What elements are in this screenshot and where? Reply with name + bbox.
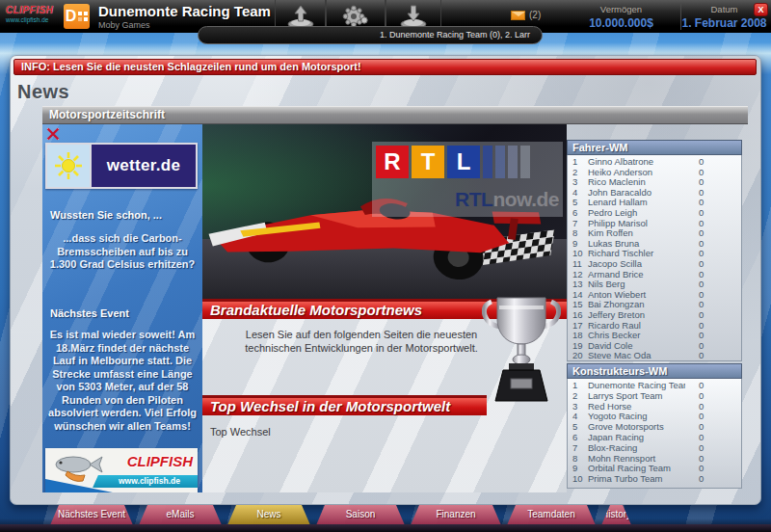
driver-name: Philipp Marisol xyxy=(583,219,685,229)
driver-row[interactable]: 11 Jacopo Scilla 0 xyxy=(568,259,741,270)
driver-row[interactable]: 1 Ginno Albatrone 0 xyxy=(568,157,741,168)
nav-tab[interactable]: History xyxy=(601,505,631,525)
nav-tab[interactable]: Saison xyxy=(316,505,405,525)
team-points: 0 xyxy=(685,454,741,465)
rtl-stripe xyxy=(508,146,518,178)
teams-standings-header: Konstrukteurs-WM xyxy=(567,363,742,379)
clipfish-ad-banner[interactable]: CLIPFISH www.clipfish.de xyxy=(45,448,198,492)
team-row[interactable]: 8 Mohn Rennsport 0 xyxy=(568,454,741,465)
driver-name: Chris Becker xyxy=(583,331,685,341)
clipfish-logo-url: www.clipfish.de xyxy=(6,15,54,25)
driver-rank: 11 xyxy=(568,259,583,270)
driver-name: Jacopo Scilla xyxy=(583,259,685,270)
driver-row[interactable]: 7 Philipp Marisol 0 xyxy=(568,219,741,229)
nav-tab[interactable]: Teamdaten xyxy=(507,505,596,525)
driver-row[interactable]: 9 Lukas Bruna 0 xyxy=(568,239,741,250)
driver-points: 0 xyxy=(685,279,741,290)
driver-row[interactable]: 17 Ricardo Raul 0 xyxy=(568,321,741,332)
driver-points: 0 xyxy=(685,270,741,280)
driver-row[interactable]: 5 Lenard Hallam 0 xyxy=(568,198,741,208)
driver-row[interactable]: 16 Jeffery Breton 0 xyxy=(568,310,741,321)
nav-tab-label: News xyxy=(256,509,280,519)
driver-name: Armand Brice xyxy=(583,270,685,280)
nav-tab[interactable]: News xyxy=(227,505,310,525)
driver-row[interactable]: 10 Richard Tischler 0 xyxy=(568,249,741,259)
trophy-image xyxy=(482,292,561,410)
driver-name: Ricardo Raul xyxy=(583,321,685,332)
mail-indicator[interactable]: (2) xyxy=(511,10,541,20)
team-row[interactable]: 10 Prima Turbo Team 0 xyxy=(568,474,741,485)
driver-name: Nils Berg xyxy=(583,279,685,290)
red-pinwheel-icon[interactable] xyxy=(45,126,61,142)
driver-row[interactable]: 19 David Cole 0 xyxy=(568,341,741,352)
clipfish-ad-url: www.clipfish.de xyxy=(119,475,180,488)
wetter-ad-label: wetter.de xyxy=(92,145,196,187)
team-name: Dunemonte Racing Team xyxy=(583,381,685,391)
clipfish-logo: CLIPFISH www.clipfish.de xyxy=(6,6,54,25)
team-points: 0 xyxy=(685,412,741,422)
teams-standings-list: 1 Dunemonte Racing Team 0 2 Larrys Sport… xyxy=(567,379,742,489)
nav-tab[interactable]: Nächstes Event xyxy=(50,505,133,525)
sun-icon xyxy=(47,145,92,187)
rtl-caption: RTLnow.de xyxy=(376,188,559,211)
team-points: 0 xyxy=(685,474,741,485)
team-points: 0 xyxy=(685,402,741,412)
driver-row[interactable]: 8 Kim Roffen 0 xyxy=(568,228,741,239)
driver-row[interactable]: 2 Heiko Anderson 0 xyxy=(568,168,741,178)
team-row[interactable]: 3 Red Horse 0 xyxy=(568,402,741,412)
driver-row[interactable]: 3 Rico Maclenin 0 xyxy=(568,177,741,188)
driver-name: Anton Wiebert xyxy=(583,290,685,301)
driver-points: 0 xyxy=(685,259,741,270)
team-name: Prima Turbo Team xyxy=(583,474,685,485)
driver-row[interactable]: 14 Anton Wiebert 0 xyxy=(568,290,741,301)
moby-games-d-logo: D xyxy=(64,4,90,29)
rtl-letter-t: T xyxy=(412,146,444,178)
driver-row[interactable]: 20 Steve Mac Oda 0 xyxy=(568,351,741,361)
nav-tab[interactable]: Finanzen xyxy=(411,505,501,525)
news-article-panel: R T L RTLnow.de Brandaktuelle Motorsport… xyxy=(202,124,567,492)
team-name: Larrys Sport Team xyxy=(583,391,685,402)
team-row[interactable]: 6 Japan Racing 0 xyxy=(568,433,741,443)
team-row[interactable]: 9 Orbital Racing Team 0 xyxy=(568,464,741,474)
driver-row[interactable]: 15 Bai Zhongzan 0 xyxy=(568,300,741,310)
driver-row[interactable]: 6 Pedro Leigh 0 xyxy=(568,208,741,219)
driver-row[interactable]: 18 Chris Becker 0 xyxy=(568,331,741,341)
driver-name: Bai Zhongzan xyxy=(583,300,685,310)
driver-points: 0 xyxy=(685,341,741,352)
team-name: Yogoto Racing xyxy=(583,412,685,422)
rtl-stripe xyxy=(495,146,505,178)
rtl-ad-banner[interactable]: R T L RTLnow.de xyxy=(372,142,563,217)
driver-points: 0 xyxy=(685,208,741,219)
driver-row[interactable]: 12 Armand Brice 0 xyxy=(568,270,741,280)
driver-name: Jeffery Breton xyxy=(583,310,685,321)
wetter-ad-banner[interactable]: wetter.de xyxy=(45,143,198,189)
close-button[interactable]: X xyxy=(754,3,768,16)
team-points: 0 xyxy=(685,391,741,402)
d-logo-dots xyxy=(78,12,88,21)
driver-points: 0 xyxy=(685,351,741,361)
driver-name: Pedro Leigh xyxy=(583,208,685,219)
driver-name: Lenard Hallam xyxy=(583,198,685,208)
team-row[interactable]: 7 Blox-Racing 0 xyxy=(568,443,741,454)
nav-tab-label: Nächstes Event xyxy=(58,509,125,519)
driver-points: 0 xyxy=(685,310,741,321)
team-name: Mohn Rennsport xyxy=(583,454,685,465)
rtl-caption-rest: now.de xyxy=(492,188,559,210)
team-row[interactable]: 5 Grove Motorsports 0 xyxy=(568,422,741,433)
bottom-bar xyxy=(0,524,771,532)
bottom-nav-tabs: Nächstes Event eMails News Saison Finanz… xyxy=(50,505,631,525)
driver-points: 0 xyxy=(685,188,741,199)
driver-points: 0 xyxy=(685,300,741,310)
driver-name: Rico Maclenin xyxy=(583,177,685,188)
team-name: Grove Motorsports xyxy=(583,422,685,433)
nav-tab[interactable]: eMails xyxy=(139,505,222,525)
nav-tab-label: History xyxy=(601,509,631,519)
driver-row[interactable]: 4 John Baracaldo 0 xyxy=(568,188,741,199)
team-row[interactable]: 2 Larrys Sport Team 0 xyxy=(568,391,741,402)
fact-section-text: ...dass sich die Carbon-Bremsscheiben au… xyxy=(47,232,198,272)
team-row[interactable]: 1 Dunemonte Racing Team 0 xyxy=(568,381,741,391)
driver-points: 0 xyxy=(685,290,741,301)
standings-panel: Fahrer-WM 1 Ginno Albatrone 0 2 Heiko An… xyxy=(567,124,748,492)
team-row[interactable]: 4 Yogoto Racing 0 xyxy=(568,412,741,422)
driver-row[interactable]: 13 Nils Berg 0 xyxy=(568,279,741,290)
